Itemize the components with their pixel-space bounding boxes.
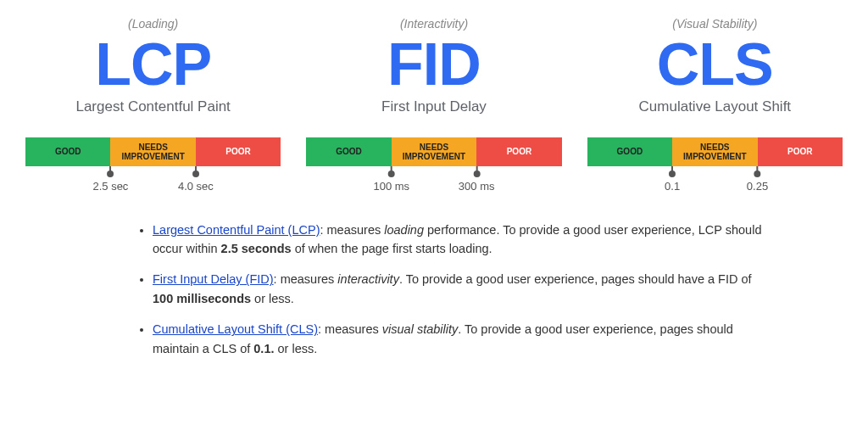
metric-category: (Interactivity) [306,17,561,31]
threshold-bar: GOOD NEEDS IMPROVEMENT POOR [306,137,561,166]
text-italic: interactivity [337,272,399,286]
tick-marker: 0.25 [747,166,768,193]
bar-needs: NEEDS IMPROVEMENT [392,137,476,166]
tick-label: 300 ms [459,180,495,193]
metric-link-lcp[interactable]: Largest Contentful Paint (LCP) [153,223,320,237]
svg-point-1 [107,171,114,177]
metric-category: (Loading) [25,17,281,31]
description-list: Largest Contentful Paint (LCP): measures… [153,221,766,359]
metrics-row: (Loading) LCP Largest Contentful Paint G… [25,17,843,204]
text-bold: 0.1. [253,342,274,355]
metric-acronym: CLS [587,34,843,97]
pin-icon [105,166,115,178]
list-item: Largest Contentful Paint (LCP): measures… [153,221,766,259]
text: or less. [251,292,294,305]
metric-link-cls[interactable]: Cumulative Layout Shift (CLS) [153,322,318,336]
tick-marker: 0.1 [665,166,680,193]
bar-poor: POOR [476,137,561,166]
pin-icon [667,166,677,178]
threshold-bar: GOOD NEEDS IMPROVEMENT POOR [587,137,843,166]
bar-good: GOOD [306,137,391,166]
metric-acronym: FID [306,34,561,97]
bar-good: GOOD [587,137,672,166]
text: . To provide a good user experience, pag… [399,272,752,286]
text-italic: loading [384,223,424,237]
tick-label: 100 ms [373,180,409,193]
metric-name: First Input Delay [306,98,561,115]
pin-icon [471,166,481,178]
metric-name: Cumulative Layout Shift [587,98,843,115]
svg-point-9 [669,171,676,177]
text-bold: 2.5 seconds [221,242,292,255]
pin-icon [753,166,763,178]
list-item: Cumulative Layout Shift (CLS): measures … [153,320,766,358]
metric-acronym: LCP [25,34,281,97]
bar-needs: NEEDS IMPROVEMENT [110,137,195,166]
tick-marker: 2.5 sec [92,166,128,193]
text: of when the page first starts loading. [292,242,492,255]
threshold-bar: GOOD NEEDS IMPROVEMENT POOR [25,137,281,166]
pin-icon [387,166,397,178]
svg-point-5 [388,171,395,177]
metric-cls: (Visual Stability) CLS Cumulative Layout… [587,17,843,204]
text: or less. [274,342,317,355]
tick-label: 0.1 [665,180,680,193]
bar-poor: POOR [196,137,281,166]
bar-good: GOOD [25,137,110,166]
text-bold: 100 milliseconds [153,292,251,305]
text: : measures [318,322,382,336]
pin-icon [191,166,201,178]
threshold-ticks: 2.5 sec 4.0 sec [25,166,281,204]
tick-label: 4.0 sec [178,180,214,193]
text-italic: visual stability [382,322,458,336]
tick-marker: 4.0 sec [178,166,214,193]
bar-needs: NEEDS IMPROVEMENT [672,137,757,166]
svg-point-7 [473,171,480,177]
svg-point-3 [192,171,199,177]
text: : measures [320,223,384,237]
metric-category: (Visual Stability) [587,17,843,31]
threshold-ticks: 0.1 0.25 [587,166,843,204]
bar-poor: POOR [758,137,843,166]
tick-marker: 100 ms [373,166,409,193]
text: : measures [274,272,338,286]
tick-label: 2.5 sec [92,180,128,193]
tick-label: 0.25 [747,180,768,193]
threshold-ticks: 100 ms 300 ms [306,166,561,204]
tick-marker: 300 ms [459,166,495,193]
metric-fid: (Interactivity) FID First Input Delay GO… [306,17,561,204]
metric-link-fid[interactable]: First Input Delay (FID) [153,272,274,286]
metric-name: Largest Contentful Paint [25,98,281,115]
svg-point-11 [754,171,761,177]
metric-lcp: (Loading) LCP Largest Contentful Paint G… [25,17,281,204]
list-item: First Input Delay (FID): measures intera… [153,270,766,308]
